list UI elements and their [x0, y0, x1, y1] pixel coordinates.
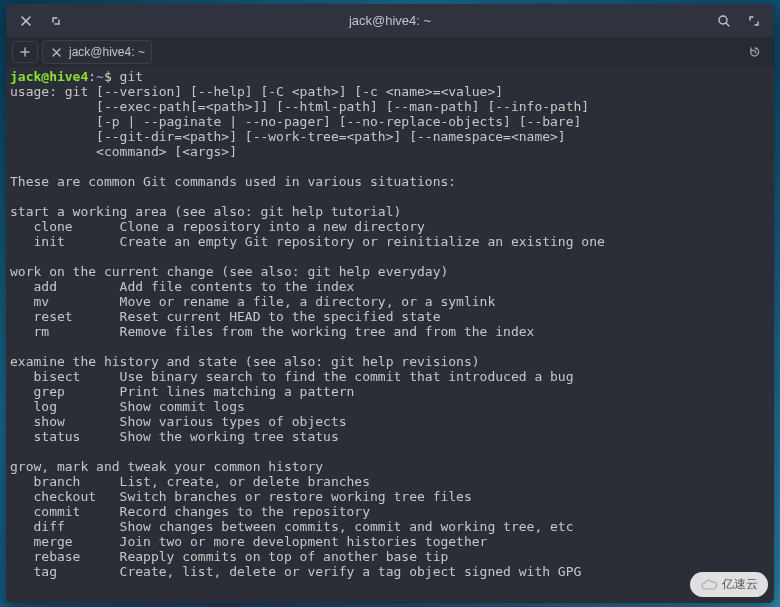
prompt-user-host: jack@hive4 — [10, 69, 88, 84]
cloud-icon — [700, 579, 718, 591]
fullscreen-button[interactable] — [742, 9, 766, 33]
watermark-text: 亿速云 — [722, 576, 758, 593]
tab-close-button[interactable] — [49, 45, 63, 59]
search-button[interactable] — [712, 9, 736, 33]
titlebar: jack@hive4: ~ — [6, 4, 774, 37]
prompt-path: ~ — [96, 69, 104, 84]
terminal-window: jack@hive4: ~ jack@hive4: ~ jack@hive4:~… — [6, 4, 774, 603]
tab-terminal-1[interactable]: jack@hive4: ~ — [42, 40, 152, 64]
watermark: 亿速云 — [690, 572, 768, 597]
command-output: usage: git [--version] [--help] [-C <pat… — [10, 84, 605, 579]
window-title: jack@hive4: ~ — [68, 13, 712, 28]
history-button[interactable] — [742, 41, 768, 63]
close-window-button[interactable] — [14, 9, 38, 33]
prompt-separator: : — [88, 69, 96, 84]
tabbar: jack@hive4: ~ — [6, 37, 774, 67]
maximize-toggle-button[interactable] — [44, 9, 68, 33]
new-tab-button[interactable] — [12, 41, 38, 63]
prompt-command: git — [120, 69, 143, 84]
terminal-output[interactable]: jack@hive4:~$ git usage: git [--version]… — [6, 67, 774, 603]
tab-label: jack@hive4: ~ — [69, 45, 145, 59]
prompt-symbol: $ — [104, 69, 112, 84]
